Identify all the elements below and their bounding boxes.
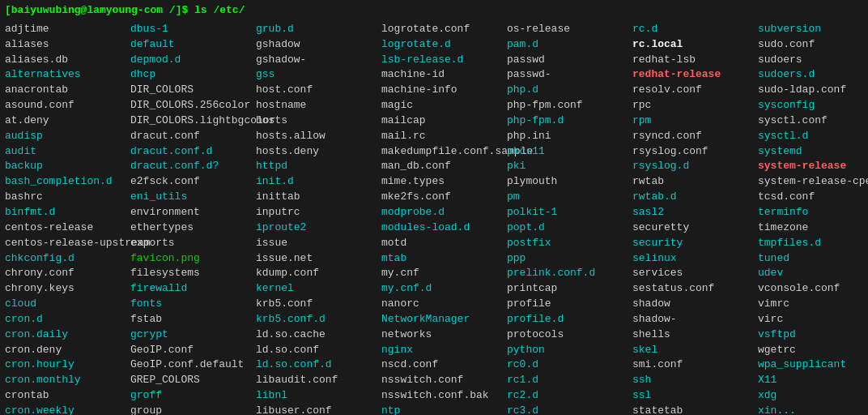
entry-3-13: modules-load.d: [381, 220, 500, 236]
entry-5-15: selinux: [632, 251, 751, 267]
entry-6-21: wgetrc: [758, 343, 868, 358]
entry-0-3: alternatives: [5, 67, 124, 83]
entry-1-9: dracut.conf.d?: [130, 159, 249, 174]
entry-5-6: rpm: [632, 113, 751, 129]
entry-4-17: printcap: [507, 281, 626, 297]
entry-1-11: eni_utils: [130, 190, 249, 205]
entry-0-21: cron.deny: [5, 343, 124, 358]
entry-0-16: chrony.conf: [5, 266, 124, 281]
entry-0-2: aliases.db: [5, 53, 124, 68]
entry-1-15: favicon.png: [130, 251, 249, 267]
entry-6-15: tuned: [758, 251, 868, 267]
entry-4-6: php-fpm.d: [507, 113, 626, 129]
entry-3-10: mime.types: [381, 174, 500, 190]
entry-1-18: fonts: [130, 297, 249, 312]
entry-4-2: passwd: [507, 53, 626, 68]
entry-4-5: php-fpm.conf: [507, 98, 626, 113]
entry-2-23: libaudit.conf: [256, 373, 375, 388]
entry-0-6: at.deny: [5, 113, 124, 129]
entry-3-2: lsb-release.d: [381, 53, 500, 68]
entry-6-17: vconsole.conf: [758, 281, 868, 297]
entry-6-0: subversion: [758, 22, 868, 37]
entry-3-7: mail.rc: [381, 129, 500, 144]
entry-1-22: GeoIP.conf.default: [130, 357, 249, 373]
entry-1-6: DIR_COLORS.lightbgcolor: [130, 113, 249, 129]
column-0: adjtimealiasesaliases.dbalternativesanac…: [5, 22, 130, 415]
entry-0-25: cron.weekly: [5, 404, 124, 415]
entry-4-9: pki: [507, 159, 626, 174]
entry-1-21: GeoIP.conf: [130, 343, 249, 358]
entry-6-1: sudo.conf: [758, 37, 868, 53]
entry-2-16: kdump.conf: [256, 266, 375, 281]
entry-2-9: httpd: [256, 159, 375, 174]
entry-0-13: centos-release: [5, 220, 124, 236]
entry-6-8: systemd: [758, 144, 868, 160]
entry-2-6: hosts: [256, 113, 375, 129]
entry-4-4: php.d: [507, 83, 626, 98]
column-1: dbus-1defaultdepmod.ddhcpDIR_COLORSDIR_C…: [130, 22, 256, 415]
entry-3-15: mtab: [381, 251, 500, 267]
entry-6-20: vsftpd: [758, 327, 868, 343]
entry-3-17: my.cnf.d: [381, 281, 500, 297]
column-5: rc.drc.localredhat-lsbredhat-releasereso…: [632, 22, 758, 415]
entry-2-15: issue.net: [256, 251, 375, 267]
entry-0-14: centos-release-upstream: [5, 236, 124, 251]
entry-5-4: resolv.conf: [632, 83, 751, 98]
entry-5-13: securetty: [632, 220, 751, 236]
entry-5-22: smi.conf: [632, 357, 751, 373]
entry-2-18: krb5.conf: [256, 297, 375, 312]
entry-3-6: mailcap: [381, 113, 500, 129]
entry-0-7: audisp: [5, 129, 124, 144]
entry-5-19: shadow-: [632, 312, 751, 327]
entry-2-17: kernel: [256, 281, 375, 297]
column-3: logrotate.conflogrotate.dlsb-release.dma…: [381, 22, 507, 415]
terminal: [baiyuwubing@lamyoung-com /]$ ls /etc/ a…: [0, 0, 868, 415]
entry-1-1: default: [130, 37, 249, 53]
entry-5-24: ssl: [632, 388, 751, 404]
entry-0-11: bashrc: [5, 190, 124, 205]
entry-5-7: rsyncd.conf: [632, 129, 751, 144]
entry-1-24: groff: [130, 388, 249, 404]
entry-3-0: logrotate.conf: [381, 22, 500, 37]
entry-3-14: motd: [381, 236, 500, 251]
entry-0-22: cron.hourly: [5, 357, 124, 373]
entry-3-1: logrotate.d: [381, 37, 500, 53]
entry-5-23: ssh: [632, 373, 751, 388]
entry-4-23: rc1.d: [507, 373, 626, 388]
entry-0-5: asound.conf: [5, 98, 124, 113]
entry-2-14: issue: [256, 236, 375, 251]
entry-2-21: ld.so.conf: [256, 343, 375, 358]
entry-0-24: crontab: [5, 388, 124, 404]
entry-4-10: plymouth: [507, 174, 626, 190]
entry-2-1: gshadow: [256, 37, 375, 53]
entry-4-0: os-release: [507, 22, 626, 37]
entry-4-25: rc3.d: [507, 404, 626, 415]
entry-6-19: virc: [758, 312, 868, 327]
entry-1-25: group: [130, 404, 249, 415]
entry-3-25: ntp: [381, 404, 500, 415]
entry-6-12: terminfo: [758, 205, 868, 220]
entry-5-25: statetab: [632, 404, 751, 415]
entry-0-15: chkconfig.d: [5, 251, 124, 267]
entry-2-19: krb5.conf.d: [256, 312, 375, 327]
entry-4-7: php.ini: [507, 129, 626, 144]
entry-4-15: ppp: [507, 251, 626, 267]
entry-5-16: services: [632, 266, 751, 281]
entry-5-14: security: [632, 236, 751, 251]
entry-0-8: audit: [5, 144, 124, 160]
entry-0-18: cloud: [5, 297, 124, 312]
entry-1-14: exports: [130, 236, 249, 251]
entry-3-19: NetworkManager: [381, 312, 500, 327]
entry-1-5: DIR_COLORS.256color: [130, 98, 249, 113]
entry-1-19: fstab: [130, 312, 249, 327]
entry-5-18: shadow: [632, 297, 751, 312]
entry-4-11: pm: [507, 190, 626, 205]
entry-0-20: cron.daily: [5, 327, 124, 343]
entry-2-4: host.conf: [256, 83, 375, 98]
entry-6-3: sudoers.d: [758, 67, 868, 83]
entry-4-13: popt.d: [507, 220, 626, 236]
entry-2-22: ld.so.conf.d: [256, 357, 375, 373]
entry-3-8: makedumpfile.conf.sample: [381, 144, 500, 160]
entry-1-20: gcrypt: [130, 327, 249, 343]
entry-5-5: rpc: [632, 98, 751, 113]
